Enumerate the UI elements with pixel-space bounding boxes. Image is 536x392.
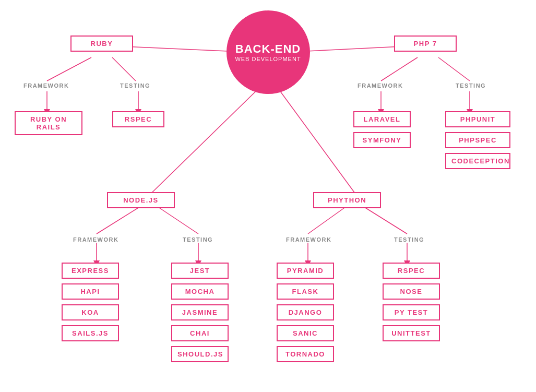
- hapi-box: HAPI: [62, 283, 119, 300]
- phpspec-box: PHPSPEC: [445, 132, 510, 148]
- php7-framework-label: FRAMEWORK: [358, 82, 403, 89]
- svg-line-2: [151, 91, 256, 193]
- svg-line-16: [308, 208, 344, 234]
- phython-testing-label: TESTING: [394, 236, 424, 243]
- nodejs-framework-label: FRAMEWORK: [73, 236, 118, 243]
- tornado-box: TORNADO: [277, 346, 334, 362]
- svg-line-9: [438, 57, 470, 81]
- php7-testing-label: TESTING: [456, 82, 486, 89]
- laravel-box: LARAVEL: [353, 111, 411, 127]
- svg-line-8: [381, 57, 418, 81]
- express-box: EXPRESS: [62, 263, 119, 279]
- python-rspec-box: RSPEC: [383, 263, 440, 279]
- diagram: BACK-END WEB DEVELOPMENT RUBY PHP 7 NODE…: [0, 0, 536, 392]
- shouldjs-box: SHOULD.JS: [171, 346, 229, 362]
- sanic-box: SANIC: [277, 325, 334, 341]
- codeception-box: CODECEPTION: [445, 153, 510, 169]
- phython-node: PHYTHON: [313, 192, 381, 208]
- django-box: DJANGO: [277, 304, 334, 320]
- koa-box: KOA: [62, 304, 119, 320]
- svg-line-12: [97, 208, 138, 234]
- phython-framework-label: FRAMEWORK: [286, 236, 331, 243]
- svg-line-5: [112, 57, 136, 81]
- sailsjs-box: SAILS.JS: [62, 325, 119, 341]
- ruby-framework-label: FRAMEWORK: [23, 82, 69, 89]
- phpunit-box: PHPUNIT: [445, 111, 510, 127]
- unittest-box: UNITTEST: [383, 325, 440, 341]
- center-node: BACK-END WEB DEVELOPMENT: [227, 10, 310, 94]
- ruby-rspec-box: RSPEC: [112, 111, 164, 127]
- jasmine-box: JASMINE: [171, 304, 229, 320]
- svg-line-13: [159, 208, 198, 234]
- jest-box: JEST: [171, 263, 229, 279]
- svg-line-17: [365, 208, 407, 234]
- nodejs-node: NODE.JS: [107, 192, 175, 208]
- php7-node: PHP 7: [394, 35, 457, 52]
- nodejs-testing-label: TESTING: [183, 236, 213, 243]
- nose-box: NOSE: [383, 283, 440, 300]
- ruby-testing-label: TESTING: [120, 82, 150, 89]
- pyramid-box: PYRAMID: [277, 263, 334, 279]
- svg-line-3: [280, 91, 355, 193]
- ruby-on-rails-box: RUBY ON RAILS: [15, 111, 82, 135]
- center-title: BACK-END: [235, 42, 301, 56]
- flask-box: FLASK: [277, 283, 334, 300]
- mocha-box: MOCHA: [171, 283, 229, 300]
- center-subtitle: WEB DEVELOPMENT: [235, 56, 301, 62]
- symfony-box: SYMFONY: [353, 132, 411, 148]
- ruby-node: RUBY: [70, 35, 133, 52]
- svg-line-4: [47, 57, 91, 81]
- chai-box: CHAI: [171, 325, 229, 341]
- pytest-box: PY TEST: [383, 304, 440, 320]
